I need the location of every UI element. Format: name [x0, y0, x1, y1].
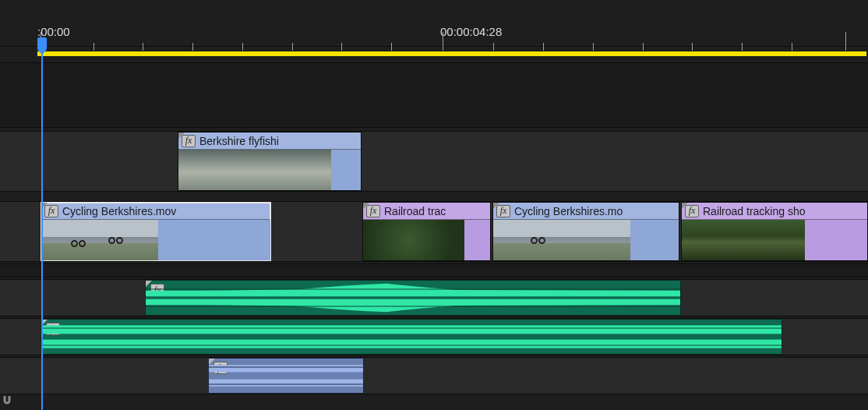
- ruler-minor-tick: [493, 43, 494, 51]
- ruler-minor-tick: [143, 43, 143, 51]
- svg-rect-6: [209, 365, 363, 372]
- svg-rect-3: [41, 340, 782, 348]
- playhead[interactable]: [41, 42, 43, 410]
- audio-track-a1[interactable]: fx: [0, 279, 868, 316]
- clip-thumbnail: [178, 150, 331, 190]
- clip-in-marker: [682, 203, 688, 209]
- audio-clip-a3[interactable]: fx: [208, 358, 364, 394]
- work-area-bar[interactable]: [37, 51, 866, 56]
- svg-rect-2: [41, 325, 782, 334]
- ruler-label-1: 00:00:04:28: [440, 25, 502, 38]
- ruler-minor-tick: [94, 43, 94, 51]
- video-track-v1[interactable]: fx Cycling Berkshires.mov fx Railroad tr…: [0, 201, 868, 262]
- empty-track-top: [0, 62, 868, 128]
- clip-railroad-2[interactable]: fx Railroad tracking sho: [681, 202, 868, 261]
- clip-fill: [805, 220, 867, 260]
- snap-magnet-icon[interactable]: [0, 394, 14, 410]
- clip-in-marker: [178, 133, 185, 139]
- audio-track-a3[interactable]: fx: [0, 357, 868, 394]
- video-track-v2[interactable]: fx Berkshire flyfishi: [0, 131, 868, 192]
- clip-thumbnail: [682, 220, 805, 260]
- waveform-icon: [146, 281, 680, 315]
- ruler-minor-tick: [391, 43, 392, 51]
- clip-thumbnail: [41, 220, 158, 260]
- clip-label: Railroad tracking sho: [703, 205, 806, 217]
- clip-railroad-1[interactable]: fx Railroad trac: [362, 202, 491, 261]
- clip-label: Cycling Berkshires.mo: [514, 205, 623, 217]
- clip-label: Railroad trac: [384, 205, 446, 217]
- ruler-major-tick: [845, 32, 846, 51]
- track-divider: [0, 263, 868, 277]
- ruler-major-tick: [443, 32, 443, 51]
- time-ruler[interactable]: :00:00 00:00:04:28: [0, 0, 868, 47]
- clip-thumbnail: [493, 220, 630, 260]
- waveform-icon: [209, 359, 363, 393]
- clip-in-marker: [493, 203, 499, 209]
- ruler-minor-tick: [643, 43, 644, 51]
- ruler-minor-tick: [341, 43, 342, 51]
- timeline-tracks[interactable]: fx Berkshire flyfishi fx Cycling Berkshi…: [0, 62, 868, 410]
- ruler-minor-tick: [792, 43, 792, 51]
- ruler-minor-tick: [292, 43, 293, 51]
- audio-track-a2[interactable]: fx: [0, 318, 868, 355]
- clip-cycling-2[interactable]: fx Cycling Berkshires.mo: [492, 202, 679, 261]
- ruler-minor-tick: [242, 43, 243, 51]
- ruler-label-0: :00:00: [37, 25, 70, 38]
- ruler-minor-tick: [593, 43, 594, 51]
- ruler-minor-tick: [742, 43, 743, 51]
- clip-label: Berkshire flyfishi: [199, 135, 279, 147]
- ruler-minor-tick: [543, 43, 544, 51]
- ruler-minor-tick: [692, 43, 693, 51]
- clip-fill: [331, 150, 361, 190]
- clip-fill: [630, 220, 679, 260]
- clip-cycling-1[interactable]: fx Cycling Berkshires.mov: [41, 202, 271, 261]
- clip-in-marker: [363, 203, 369, 209]
- clip-berkshire-flyfishing[interactable]: fx Berkshire flyfishi: [178, 132, 362, 191]
- clip-fill: [158, 220, 270, 260]
- clip-label: Cycling Berkshires.mov: [62, 205, 176, 217]
- audio-clip-a2[interactable]: fx: [41, 319, 782, 355]
- playhead-handle[interactable]: [37, 37, 47, 50]
- waveform-icon: [41, 320, 782, 354]
- audio-clip-a1[interactable]: fx: [145, 280, 681, 316]
- clip-fill: [464, 220, 490, 260]
- ruler-minor-tick: [192, 43, 193, 51]
- svg-rect-7: [209, 380, 363, 387]
- clip-thumbnail: [363, 220, 464, 260]
